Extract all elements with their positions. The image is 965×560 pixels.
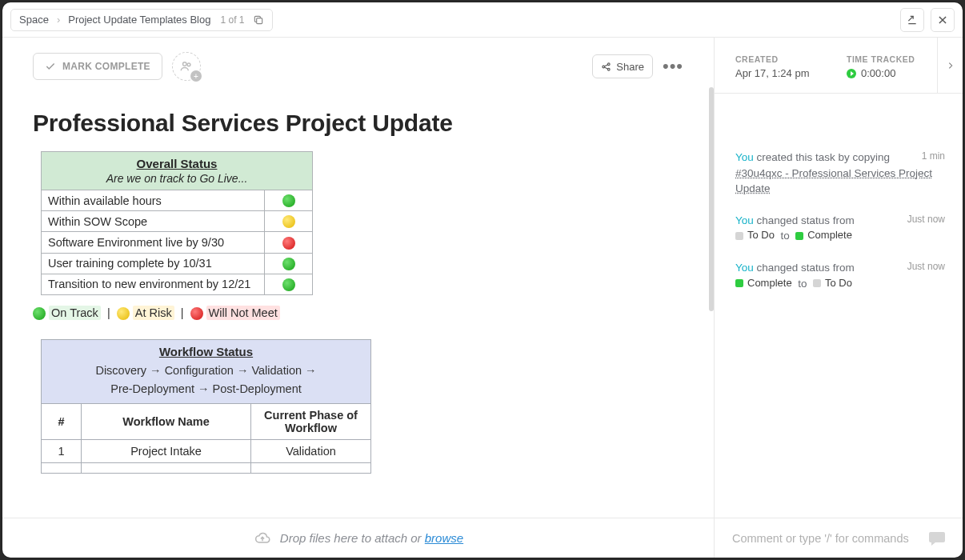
breadcrumb: Space › Project Update Templates Blog 1 … [10,9,273,31]
status-dot-green [33,307,46,320]
status-square-grey [735,232,743,240]
breadcrumb-leaf[interactable]: Project Update Templates Blog [68,14,210,26]
topbar-actions [900,8,955,32]
activity-link[interactable]: #30u4qxc - Professional Services Project… [735,167,932,195]
activity-item: Just now You changed status from Complet… [735,260,945,292]
meta-time-value[interactable]: 0:00:00 [847,67,923,79]
browse-link[interactable]: browse [425,531,463,545]
comment-bar [715,518,963,558]
table-row: Within SOW Scope [42,211,313,232]
activity-actor: You [735,151,754,163]
overall-status-title: Overall Status [48,157,306,170]
mark-complete-button[interactable]: MARK COMPLETE [33,53,162,80]
status-dot-yellow [282,215,295,228]
close-button[interactable] [931,8,955,32]
timer-play-icon[interactable] [847,69,856,78]
cell-phase: Validation [251,440,371,463]
status-from: Complete [735,276,792,291]
workflow-title: Workflow Status [48,345,364,358]
breadcrumb-root[interactable]: Space [19,14,49,26]
status-dot-red [190,307,203,320]
table-row: 1 Project Intake Validation [42,440,371,463]
status-label: User training complete by 10/31 [42,253,265,274]
meta-bar: CREATED Apr 17, 1:24 pm TIME TRACKED 0:0… [715,38,963,94]
timer-value: 0:00:00 [861,67,895,79]
overall-status-header: Overall Status Are we on track to Go Liv… [42,152,313,190]
table-row [42,463,371,474]
assignee-add-button[interactable]: + [172,52,201,81]
activity-actor: You [735,262,754,274]
main-panel: MARK COMPLETE + Share ••• [2,38,715,558]
copy-icon[interactable] [253,14,264,26]
workflow-sub-line: Pre-Deployment → Post-Deployment [110,382,302,395]
check-icon [45,61,56,72]
status-to-label: To Do [825,276,852,291]
activity-item: 1 min You created this task by copying #… [735,150,945,197]
svg-point-1 [182,62,186,66]
legend-will-not-meet: Will Not Meet [206,306,280,320]
status-square-grey [813,279,821,287]
col-phase: Current Phase of Workflow [251,404,371,440]
status-dot-yellow [117,307,130,320]
status-label: Within SOW Scope [42,211,265,232]
col-number: # [42,404,82,440]
attach-text-prefix: Drop files here to attach or [280,531,425,545]
status-from-label: To Do [747,228,775,243]
activity-time: Just now [907,213,945,226]
status-label: Within available hours [42,190,265,211]
activity-actor: You [735,214,754,226]
legend: On Track | At Risk | Will Not Meet [33,306,683,320]
table-row: Transition to new environment by 12/21 [42,274,313,294]
activity-feed: 1 min You created this task by copying #… [715,94,963,518]
plus-icon: + [190,70,202,82]
activity-verb: created this task by copying [754,151,890,163]
task-content: Professional Services Project Update Ove… [2,81,714,518]
share-label: Share [616,61,644,73]
comment-input[interactable] [732,532,918,545]
activity-time: 1 min [922,150,945,163]
more-menu-button[interactable]: ••• [663,56,683,77]
status-dot-green [282,258,295,270]
legend-on-track: On Track [49,306,101,320]
status-label: Software Environment live by 9/30 [42,232,265,253]
workflow-status-table: Workflow Status Discovery → Configuratio… [41,339,371,474]
workflow-header: Workflow Status Discovery → Configuratio… [42,340,371,404]
scrollbar[interactable] [709,87,714,311]
status-to: To Do [813,276,852,291]
breadcrumb-count: 1 of 1 [220,14,244,26]
overall-status-sub: Are we on track to Go Live... [48,172,306,185]
chevron-right-icon [947,60,955,71]
table-row: Software Environment live by 9/30 [42,232,313,253]
sidebar: CREATED Apr 17, 1:24 pm TIME TRACKED 0:0… [715,38,963,558]
sidebar-collapse-button[interactable] [937,38,963,94]
status-to-label: Complete [807,228,852,243]
comment-send-icon[interactable] [926,529,948,548]
svg-point-2 [187,63,190,66]
legend-at-risk: At Risk [133,306,174,320]
activity-item: Just now You changed status from To Do t… [735,213,945,245]
status-from-label: Complete [747,276,792,291]
attach-text: Drop files here to attach or browse [280,531,463,545]
share-button[interactable]: Share [592,54,653,78]
workflow-sub-line: Discovery → Configuration → Validation → [95,364,316,377]
col-name: Workflow Name [82,404,251,440]
cloud-upload-icon [253,530,272,546]
attachment-dropzone[interactable]: Drop files here to attach or browse [2,518,714,558]
meta-created-value: Apr 17, 1:24 pm [735,67,811,79]
mark-complete-label: MARK COMPLETE [62,61,150,72]
cell-number: 1 [42,440,82,463]
cell-name: Project Intake [82,440,251,463]
meta-time-label: TIME TRACKED [847,54,923,64]
activity-verb: changed status from [754,214,855,226]
share-icon [601,62,611,72]
task-modal: Space › Project Update Templates Blog 1 … [2,2,963,558]
task-title[interactable]: Professional Services Project Update [33,110,683,137]
status-to: Complete [795,228,852,243]
breadcrumb-pill[interactable]: Space › Project Update Templates Blog 1 … [10,9,273,31]
topbar: Space › Project Update Templates Blog 1 … [2,2,963,38]
meta-time-tracked: TIME TRACKED 0:00:00 [826,43,937,87]
minimize-button[interactable] [900,8,924,32]
status-dot-green [282,278,295,291]
status-square-green [735,279,743,287]
overall-status-table: Overall Status Are we on track to Go Liv… [41,151,313,295]
